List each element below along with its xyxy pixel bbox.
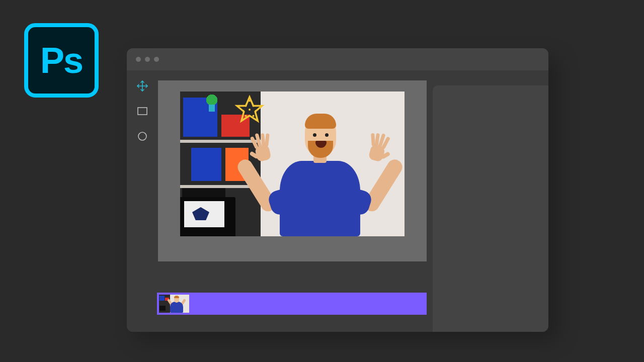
photoshop-badge-label: Ps xyxy=(40,40,83,81)
svg-rect-2 xyxy=(138,108,147,115)
window-dot[interactable] xyxy=(145,57,150,62)
side-panel xyxy=(433,85,548,332)
window-dot[interactable] xyxy=(136,57,141,62)
photoshop-badge: Ps xyxy=(24,23,99,98)
rectangle-tool[interactable] xyxy=(136,105,149,118)
move-tool-icon xyxy=(136,80,148,92)
svg-point-3 xyxy=(138,132,146,140)
ellipse-tool-icon xyxy=(136,130,148,142)
ellipse-tool[interactable] xyxy=(136,130,149,143)
photo-person xyxy=(240,106,391,236)
canvas[interactable] xyxy=(158,80,427,261)
svg-point-5 xyxy=(249,100,251,102)
photo-plant xyxy=(205,94,218,107)
toolbar xyxy=(127,70,158,332)
rectangle-tool-icon xyxy=(136,105,148,117)
window-dot[interactable] xyxy=(154,57,159,62)
photo-monitor xyxy=(180,197,235,236)
move-tool[interactable] xyxy=(136,79,149,93)
timeline-clip-thumbnail xyxy=(159,295,189,313)
timeline-clip[interactable] xyxy=(157,293,427,315)
workspace xyxy=(127,70,548,332)
editor-window xyxy=(127,48,548,332)
canvas-image[interactable] xyxy=(180,92,405,236)
titlebar xyxy=(127,48,548,70)
